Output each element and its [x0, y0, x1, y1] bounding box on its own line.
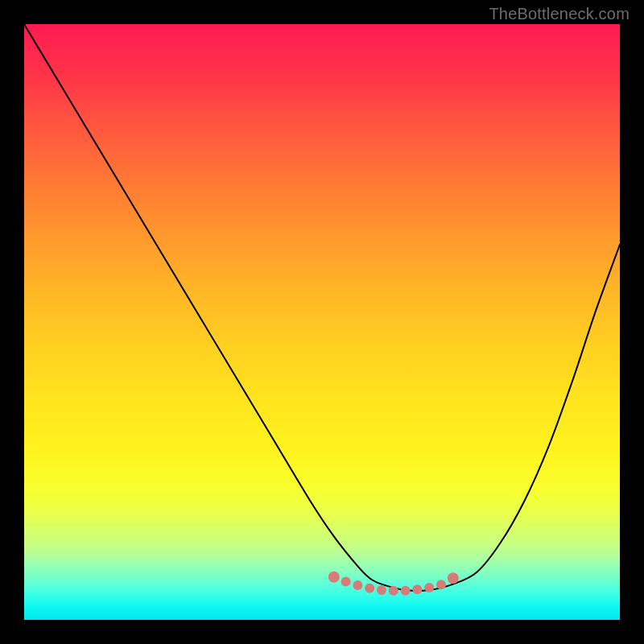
curve-dot [436, 580, 446, 589]
curve-dot [401, 586, 411, 596]
curve-dot [448, 572, 459, 584]
dots-layer [24, 24, 620, 620]
curve-dot [424, 583, 434, 592]
plot-area [24, 24, 620, 620]
curve-dot [365, 584, 374, 593]
dots-group [328, 572, 459, 596]
chart-frame: TheBottleneck.com [0, 0, 644, 644]
curve-dot [328, 572, 340, 583]
watermark-text: TheBottleneck.com [489, 5, 630, 23]
curve-dot [412, 584, 422, 594]
curve-dot [353, 580, 362, 590]
curve-dot [389, 586, 398, 596]
curve-dot [377, 585, 386, 595]
curve-dot [341, 577, 351, 587]
